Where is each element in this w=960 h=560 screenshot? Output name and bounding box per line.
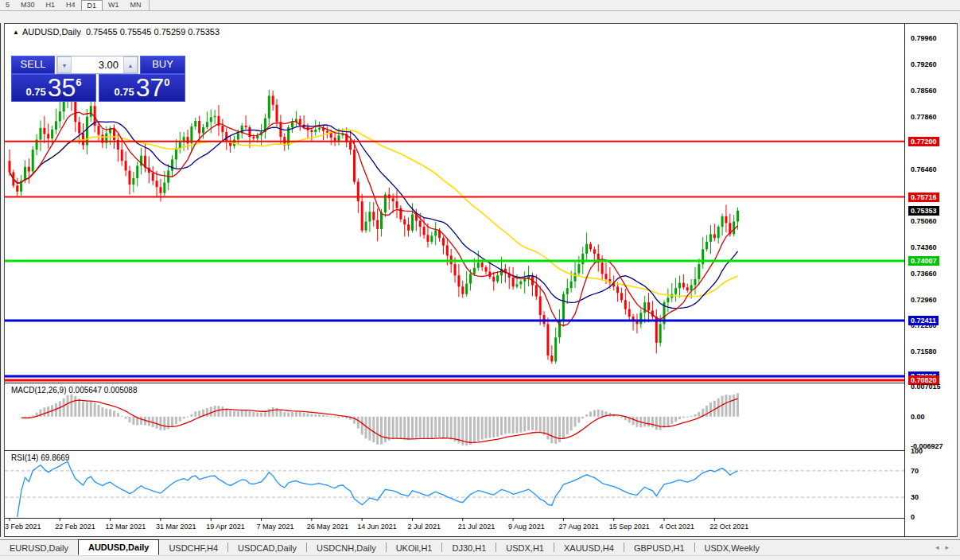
buy-price-big-digits: 37 [136,76,165,99]
macd-axis-tick: 0.007015 [911,383,941,391]
chart-tab-usdchf[interactable]: USDCHF,H4 [159,541,227,555]
price-axis-tick: 0.78560 [911,87,937,95]
tab-scroll-arrows[interactable]: ◂▸ [935,543,955,551]
price-axis-tick: 0.74360 [911,243,937,251]
date-axis-label: 22 Feb 2021 [55,523,95,531]
chart-tab-dj30[interactable]: DJ30,H1 [442,541,496,555]
toolbar-separator [149,0,150,10]
chart-tab-usdcnh[interactable]: USDCNH,Daily [307,541,386,555]
timeframe-button-mn[interactable]: MN [125,0,147,10]
chart-window[interactable]: ▲AUDUSD,Daily0.75455 0.75545 0.75259 0.7… [4,23,958,537]
price-axis-tick: 0.77860 [911,113,937,121]
price-axis-tick: 0.72960 [911,296,937,304]
level-price-badge: 0.77200 [908,137,939,146]
status-strip [0,555,960,560]
price-axis-tick: 0.75060 [911,217,937,225]
chart-tab-eurusd[interactable]: EURUSD,Daily [0,541,78,555]
volume-spinner: ▼ ▲ [56,56,138,74]
timeframe-button-h4[interactable]: H4 [60,0,81,10]
volume-decrease-button[interactable]: ▼ [57,56,72,73]
chart-tab-usdx[interactable]: USDX,H1 [496,541,554,555]
trading-terminal: 5M30H1H4D1W1MN ▲AUDUSD,Daily0.75455 0.75… [0,0,960,560]
rsi-axis-tick: 100 [911,447,923,455]
rsi-axis-tick: 0 [911,513,915,521]
price-axis[interactable]: 0.799600.792600.785600.778600.764600.750… [905,24,956,537]
chart-tab-usdcad[interactable]: USDCAD,Daily [228,541,306,555]
tab-scroll-right-icon[interactable]: ▸ [945,543,955,551]
collapse-triangle-icon[interactable]: ▲ [13,29,19,36]
date-axis-label: 9 Aug 2021 [508,523,545,531]
sell-price-big-digits: 35 [48,76,76,99]
date-axis-label: 26 May 2021 [307,523,348,531]
sell-button[interactable]: SELL [11,56,55,74]
date-axis-label: 22 Oct 2021 [709,523,748,531]
timeframe-button-5[interactable]: 5 [0,0,15,10]
date-axis-label: 7 May 2021 [257,523,294,531]
buy-button[interactable]: BUY [140,56,185,74]
timeframe-toolbar: 5M30H1H4D1W1MN [0,0,960,11]
price-axis-tick: 0.76460 [911,165,937,173]
current-price-badge: 0.75353 [908,206,939,216]
timeframe-button-d1[interactable]: D1 [81,0,103,10]
chart-title: ▲AUDUSD,Daily0.75455 0.75545 0.75259 0.7… [13,27,220,37]
macd-indicator-label: MACD(12,26,9) 0.005647 0.005088 [11,386,137,395]
tab-scroll-left-icon[interactable]: ◂ [935,543,946,551]
price-axis-tick: 0.79260 [911,60,937,68]
window-left-edge [0,23,1,537]
rsi-axis-tick: 30 [911,493,919,501]
chart-tab-xauusd[interactable]: XAUUSD,H4 [554,541,624,555]
sell-price-pip-digit: 6 [76,76,81,88]
level-price-badge: 0.74007 [908,256,939,266]
volume-input[interactable] [72,56,123,73]
chart-tab-bar: EURUSD,DailyAUDUSD,DailyUSDCHF,H4USDCAD,… [0,539,960,555]
price-axis-tick: 0.73660 [911,270,937,278]
level-price-badge: 0.72411 [908,316,939,325]
date-axis-label: 15 Sep 2021 [609,523,650,531]
chart-ohlc-values: 0.75455 0.75545 0.75259 0.75353 [86,27,220,37]
date-axis-label: 4 Oct 2021 [659,523,694,531]
macd-axis-tick: 0.00 [911,413,925,421]
timeframe-button-h1[interactable]: H1 [41,0,61,10]
chart-symbol-period: AUDUSD,Daily [22,27,81,37]
chart-tab-audusd[interactable]: AUDUSD,Daily [78,539,159,555]
sell-price-prefix: 0.75 [25,86,45,98]
buy-price-display[interactable]: 0.75 37 0 [99,74,185,102]
chart-tab-ukoil[interactable]: UKOil,H1 [387,541,442,555]
price-axis-tick: 0.71580 [911,348,937,356]
volume-increase-button[interactable]: ▲ [123,56,138,73]
date-axis-label: 12 Mar 2021 [106,523,146,531]
date-axis-label: 3 Feb 2021 [5,523,41,531]
date-axis-label: 21 Jul 2021 [458,523,496,531]
sell-price-display[interactable]: 0.75 35 6 [11,74,96,102]
date-axis-label: 19 Apr 2021 [206,523,245,531]
rsi-axis-tick: 70 [911,467,919,475]
timeframe-button-w1[interactable]: W1 [103,0,125,10]
date-axis-label: 2 Jul 2021 [407,523,441,531]
chart-tab-usdx[interactable]: USDX,Weekly [695,541,769,555]
price-axis-tick: 0.79960 [911,34,937,42]
date-axis-label: 27 Aug 2021 [558,523,599,531]
one-click-trade-panel: SELL ▼ ▲ BUY 0.75 35 6 0.75 37 0 [11,56,185,102]
buy-price-pip-digit: 0 [164,76,169,88]
buy-price-prefix: 0.75 [114,86,134,98]
date-axis-label: 14 Jun 2021 [357,523,397,531]
timeframe-button-m30[interactable]: M30 [15,0,41,10]
chart-tab-gbpusd[interactable]: GBPUSD,H1 [624,541,694,555]
level-price-badge: 0.75716 [908,192,939,202]
date-axis-label: 31 Mar 2021 [156,523,196,531]
rsi-indicator-label: RSI(14) 69.8669 [11,453,69,462]
